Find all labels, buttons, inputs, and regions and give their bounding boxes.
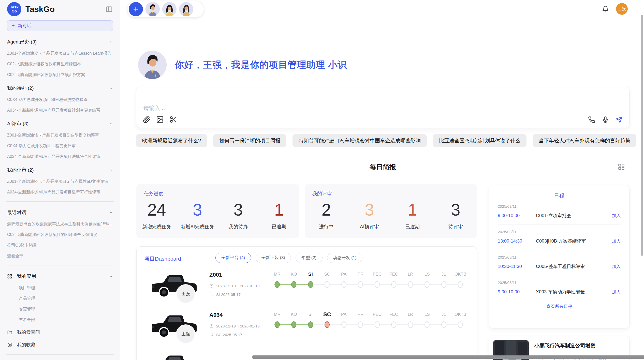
sidebar-section-my-apps[interactable]: 我的应用 (7, 273, 113, 280)
schedule-time: 9:00-10:00 (498, 213, 536, 218)
agent-avatar-2[interactable] (162, 2, 177, 16)
milestone-label: MR (269, 311, 286, 318)
view-all-apps[interactable]: 查看全部... (7, 317, 113, 322)
sidebar-item[interactable]: 解释最新出台的欧盟报废车法规再生塑料比例被调至15%... (7, 221, 113, 227)
new-chat-button[interactable]: + 新对话 (7, 20, 113, 31)
milestone-dot (408, 321, 413, 328)
sidebar-item-favorites[interactable]: 我的收藏 (7, 342, 113, 348)
sidebar-item-label: 我的云空间 (17, 329, 40, 335)
milestone-label: J1 (435, 311, 452, 318)
project-row-z001[interactable]: 王强 Z001 2023-12-19 ~ 2027-01-19 SI-2025-… (137, 266, 477, 306)
sidebar-section-my-review[interactable]: 我的评审 (2) (7, 167, 113, 173)
sidebar-item[interactable]: A034-全新新能源MUV产品开发项目造型可行性评审 (7, 190, 113, 195)
sidebar-item[interactable]: A034-全新新能源MUV产品开发项目法规符合性评审 (7, 154, 113, 159)
sidebar-section-ai-review[interactable]: AI评审 (3) (7, 121, 113, 127)
tab-powertrain[interactable]: 动总开发 (1) (327, 253, 363, 263)
composer-actions (588, 116, 623, 123)
tab-new-platform[interactable]: 全新平台 (4) (215, 253, 251, 263)
milestone-dot (441, 321, 446, 328)
project-date-range: 2023-12-19 ~ 2027-01-19 (209, 284, 260, 288)
tab-new-body[interactable]: 全新上装 (3) (256, 253, 291, 263)
schedule-name: C005-整车工程目标评审 (536, 263, 612, 269)
sidebar-item[interactable]: C0X4-动力总成开发项目工程变更评审 (7, 143, 113, 148)
agent-avatar-3[interactable] (179, 2, 193, 16)
suggestion-chip[interactable]: 欧洲新规最近颁布了什么? (136, 134, 207, 147)
join-link[interactable]: 加入 (612, 238, 621, 244)
suggestion-chip[interactable]: 特朗普可能对进口汽车增税会对中国车企造成哪些影响 (292, 134, 427, 147)
chevron-up-icon (109, 211, 113, 215)
milestone-dot (375, 321, 380, 328)
sidebar-section-agent-done[interactable]: Agent已办 (3) (7, 39, 113, 45)
join-link[interactable]: 加入 (612, 264, 621, 269)
horizontal-scrollbar[interactable] (252, 355, 644, 359)
tab-year-model[interactable]: 年型 (2) (296, 253, 323, 263)
sidebar-item[interactable]: Z001-全新燃油轻卡产品开发项目SI节点属性5D文件评审 (7, 179, 113, 184)
logo-text-top: Task (10, 5, 18, 9)
sidebar-item[interactable]: Z001-全新燃油轻卡产品开发项目SI造型提交物评审 (7, 133, 113, 138)
milestone-dot-done (275, 321, 280, 328)
add-agent-button[interactable] (129, 2, 143, 16)
agent-avatar-1[interactable] (145, 2, 160, 16)
composer-input[interactable]: 请输入... (143, 104, 165, 112)
sidebar-section-my-todo[interactable]: 我的待办 (2) (7, 85, 113, 92)
sidebar-item-project-mgmt[interactable]: 项目管理 (7, 285, 113, 290)
sidebar-section-recent[interactable]: 最近对话 (7, 209, 113, 216)
project-row-a034[interactable]: 王强 A034 2023-12-19 ~ 2026-01-19 SC-2025-… (137, 306, 477, 346)
sidebar-item[interactable]: C0X4-动力总成开发项目SI里程碑提交物检查 (7, 97, 113, 102)
section-title: 我的待办 (2) (7, 85, 34, 92)
stat: 1 已逾期 (259, 201, 299, 230)
notifications-bell-icon[interactable] (602, 6, 609, 12)
greeting-text: 你好，王强，我是你的项目管理助理 小识 (175, 59, 347, 71)
stat: 2 进行中 (305, 201, 348, 230)
send-icon[interactable] (616, 116, 623, 123)
join-link[interactable]: 加入 (612, 289, 621, 295)
sidebar-item[interactable]: Z001-全新燃油皮卡产品开发项目SI节点Lesson Learn报告 (7, 51, 113, 56)
user-avatar[interactable]: 王强 (616, 3, 628, 15)
quick-agents-pill (127, 1, 204, 18)
microphone-icon[interactable] (602, 116, 609, 123)
schedule-name: C001-立项审批会 (536, 213, 612, 219)
new-chat-label: 新对话 (18, 23, 32, 29)
stat-value: 1 (391, 201, 434, 219)
milestone-label: LS (419, 311, 436, 318)
plus-icon (132, 6, 139, 13)
my-review-card: 我的评审 2 进行中 3 AI预评审 1 已逾期 3 待评审 (305, 184, 477, 238)
suggestion-chip[interactable]: 比亚迪全固态电池计划具体说了什么 (433, 134, 526, 147)
flag-icon (209, 292, 214, 297)
sidebar-item-cloud-space[interactable]: 我的云空间 (7, 329, 113, 335)
sidebar-collapse-icon[interactable] (105, 6, 113, 13)
view-all-schedule-link[interactable]: 查看所有日程 (498, 304, 621, 309)
section-title: 我的应用 (17, 273, 36, 280)
sidebar-item[interactable]: C02-飞腾新能源轻客改款项目的闭环通告反馈情况 (7, 232, 113, 237)
sidebar-item-product-mgmt[interactable]: 产品管理 (7, 296, 113, 301)
dashboard-tabs: 全新平台 (4) 全新上装 (3) 年型 (2) 动总开发 (1) (215, 253, 362, 263)
sidebar-item[interactable]: C02-飞腾新能源轻客改款项目里程碑画布 (7, 62, 113, 67)
view-all-recent[interactable]: 查看全部... (7, 253, 113, 259)
stat-value: 3 (434, 201, 477, 219)
sidebar-item[interactable]: C02-飞腾新能源轻客改款项目立项汇报方案 (7, 72, 113, 77)
suggestion-chip[interactable]: 当下年轻人对汽车外观有怎样的喜好趋势 (533, 134, 636, 147)
main-area: 王强 你好，王强，我是你的项目管理助理 小识 请输入... 欧洲新规最近颁布了什… (120, 0, 644, 360)
scissors-icon[interactable] (169, 116, 177, 123)
star-badge-icon (7, 342, 12, 348)
schedule-date: 2025/03/11 (498, 255, 621, 259)
project-code: Z001 (209, 272, 222, 278)
sidebar-item[interactable]: A034-全新新能源MUV产品开发项目计划变更表编写 (7, 108, 113, 113)
paperclip-icon[interactable] (143, 116, 151, 123)
vertical-scrollbar[interactable] (641, 15, 643, 256)
app-logo: Task Go (7, 2, 21, 16)
suggestion-chip[interactable]: 如何写一份清晰的项目周报 (213, 134, 286, 147)
schedule-item: 2025/03/11 13:00-14:30 C003|H0B-方案冻结评审 加… (498, 224, 621, 250)
phone-icon[interactable] (588, 116, 595, 123)
milestone-label: FEC (386, 271, 402, 278)
milestone-label: FEC (386, 311, 402, 318)
layout-grid-icon[interactable] (618, 163, 625, 170)
image-icon[interactable] (156, 116, 164, 123)
sidebar-item-change-mgmt[interactable]: 变更管理 (7, 307, 113, 312)
assistant-avatar (138, 51, 167, 79)
join-link[interactable]: 加入 (612, 213, 621, 219)
milestone-dot (358, 321, 363, 328)
milestone-dot-done (308, 281, 313, 288)
sidebar-item[interactable]: 公司Q3轻卡销量 (7, 243, 113, 248)
card-title: 任务进度 (144, 190, 163, 197)
